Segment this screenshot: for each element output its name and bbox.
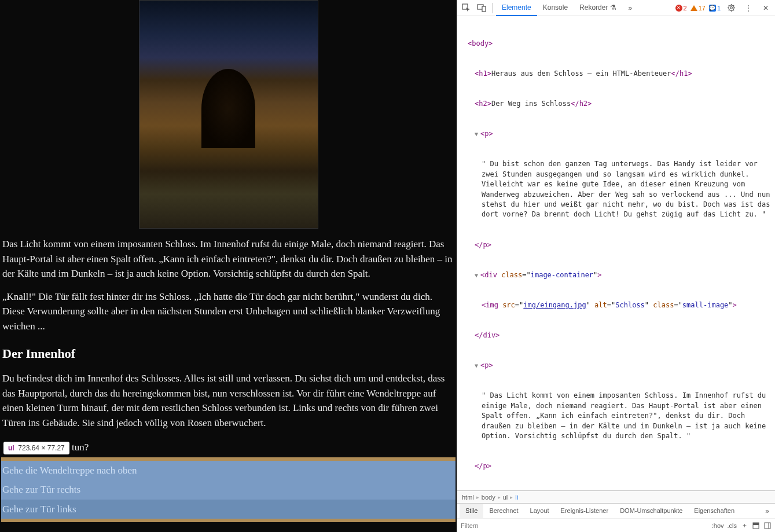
link-tuer-rechts: Gehe zur Tür rechts: [2, 484, 80, 495]
castle-image: [139, 0, 318, 229]
toggle-sidebar-icon[interactable]: [763, 522, 772, 530]
prompt-line-tail: tun?: [72, 442, 89, 453]
svg-rect-6: [753, 523, 759, 525]
svg-rect-2: [482, 6, 486, 12]
tab-layout[interactable]: Layout: [524, 504, 555, 518]
warning-count[interactable]: 17: [690, 5, 706, 12]
ul-highlight-overlay: Gehe die Wendeltreppe nach oben Gehe zur…: [1, 457, 456, 523]
list-item-1[interactable]: Gehe die Wendeltreppe nach oben: [1, 461, 456, 480]
devtools-toolbar: Elemente Konsole Rekorder ⚗ » ✕2 17 💬1 ⋮…: [457, 0, 775, 16]
close-devtools-icon[interactable]: ✕: [759, 1, 773, 15]
dom-tree[interactable]: <body> <h1>Heraus aus dem Schloss – ein …: [457, 16, 775, 490]
styles-filter-row: :hov .cls ＋: [457, 518, 775, 532]
settings-icon[interactable]: [724, 1, 738, 15]
tab-stile[interactable]: Stile: [460, 504, 483, 518]
element-tooltip: ul 723.64 × 77.27: [3, 442, 69, 454]
tab-elements[interactable]: Elemente: [496, 0, 537, 16]
link-tuer-links: Gehe zur Tür links: [2, 504, 76, 515]
tab-eigenschaften[interactable]: Eigenschaften: [688, 504, 740, 518]
list-item-3[interactable]: Gehe zur Tür links: [1, 500, 456, 519]
image-container: [1, 0, 456, 229]
tab-recorder[interactable]: Rekorder ⚗: [574, 0, 622, 16]
flask-icon: ⚗: [610, 3, 616, 12]
new-style-rule-icon[interactable]: ＋: [740, 522, 748, 530]
link-wendeltreppe: Gehe die Wendeltreppe nach oben: [2, 465, 137, 476]
cls-toggle[interactable]: .cls: [728, 522, 737, 529]
more-tabs-icon[interactable]: »: [623, 1, 637, 15]
story-paragraph-2: Das Licht kommt von einem imposanten Sch…: [2, 237, 454, 281]
devtools-tabs: Elemente Konsole Rekorder ⚗: [496, 0, 622, 16]
tab-ereignis-listener[interactable]: Ereignis-Listener: [555, 504, 615, 518]
inspect-element-icon[interactable]: [460, 1, 473, 15]
story-paragraph-4: Du befindest dich im Innenhof des Schlos…: [2, 371, 454, 430]
crumb-li[interactable]: li: [515, 494, 518, 501]
info-count[interactable]: 💬1: [709, 5, 721, 12]
styles-filter-input[interactable]: [461, 522, 530, 529]
crumb-html[interactable]: html: [462, 494, 474, 501]
device-toolbar-icon[interactable]: [475, 1, 488, 15]
computed-styles-icon[interactable]: [752, 522, 760, 530]
svg-rect-7: [765, 523, 770, 529]
tab-berechnet[interactable]: Berechnet: [483, 504, 524, 518]
more-styles-tabs-icon[interactable]: »: [762, 507, 773, 515]
rendered-page-panel[interactable]: Das Licht kommt von einem imposanten Sch…: [0, 0, 457, 532]
devtools-panel: Elemente Konsole Rekorder ⚗ » ✕2 17 💬1 ⋮…: [457, 0, 775, 532]
svg-point-4: [730, 7, 732, 9]
tab-console[interactable]: Konsole: [537, 0, 574, 16]
hov-toggle[interactable]: :hov: [712, 522, 724, 529]
crumb-body[interactable]: body: [482, 494, 495, 501]
dom-breadcrumb[interactable]: html▸ body▸ ul▸ li: [457, 490, 775, 503]
crumb-ul[interactable]: ul: [503, 494, 508, 501]
list-item-2[interactable]: Gehe zur Tür rechts: [1, 480, 456, 500]
tab-dom-umschaltpunkte[interactable]: DOM-Umschaltpunkte: [614, 504, 688, 518]
story-paragraph-3: „Knall!" Die Tür fällt fest hinter dir i…: [2, 289, 454, 334]
styles-tabs: Stile Berechnet Layout Ereignis-Listener…: [457, 503, 775, 518]
error-count[interactable]: ✕2: [675, 5, 687, 12]
section-heading-innenhof: Der Innenhof: [2, 344, 454, 363]
kebab-menu-icon[interactable]: ⋮: [741, 1, 755, 15]
